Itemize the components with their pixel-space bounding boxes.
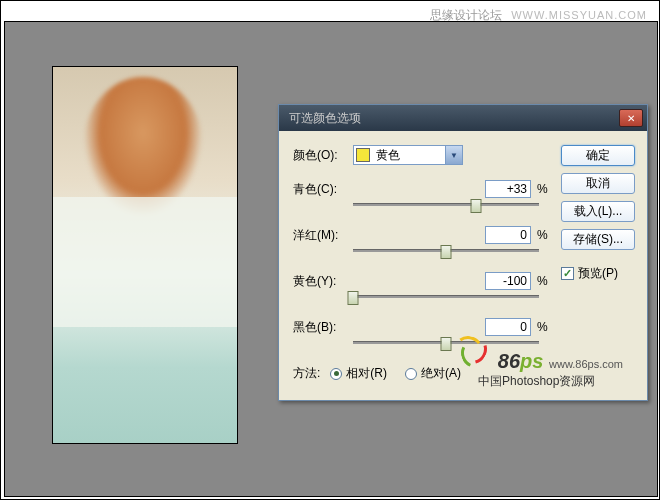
logo-swirl-icon — [451, 334, 495, 368]
magenta-row: 洋红(M): % — [293, 225, 551, 245]
logo-row: 86ps www.86ps.com — [451, 334, 623, 373]
selective-color-dialog: 可选颜色选项 ✕ 颜色(O): 黄色 ▼ 青色(C): % — [278, 104, 648, 401]
close-button[interactable]: ✕ — [619, 109, 643, 127]
color-swatch-icon — [356, 148, 370, 162]
watermark-cn: 思缘设计论坛 — [430, 8, 502, 22]
relative-label: 相对(R) — [346, 365, 387, 382]
cyan-unit: % — [537, 182, 551, 196]
black-unit: % — [537, 320, 551, 334]
ok-button[interactable]: 确定 — [561, 145, 635, 166]
magenta-slider[interactable] — [353, 247, 539, 263]
cyan-thumb[interactable] — [470, 199, 481, 213]
logo-text: 86ps — [498, 350, 549, 372]
preview-label: 预览(P) — [578, 265, 618, 282]
logo-tagline: 中国Photoshop资源网 — [451, 373, 623, 390]
magenta-thumb[interactable] — [441, 245, 452, 259]
image-preview — [52, 66, 238, 444]
logo-url: www.86ps.com — [549, 358, 623, 370]
yellow-row: 黄色(Y): % — [293, 271, 551, 291]
cyan-input[interactable] — [485, 180, 531, 198]
cyan-slider[interactable] — [353, 201, 539, 217]
color-dropdown[interactable]: 黄色 ▼ — [353, 145, 463, 165]
save-button[interactable]: 存储(S)... — [561, 229, 635, 250]
cyan-row: 青色(C): % — [293, 179, 551, 199]
magenta-input[interactable] — [485, 226, 531, 244]
black-label: 黑色(B): — [293, 319, 353, 336]
yellow-unit: % — [537, 274, 551, 288]
chevron-down-icon: ▼ — [445, 146, 462, 164]
magenta-label: 洋红(M): — [293, 227, 353, 244]
yellow-label: 黄色(Y): — [293, 273, 353, 290]
color-selected-text: 黄色 — [376, 147, 400, 164]
method-label: 方法: — [293, 365, 320, 382]
color-selector-row: 颜色(O): 黄色 ▼ — [293, 145, 551, 165]
magenta-unit: % — [537, 228, 551, 242]
dialog-title: 可选颜色选项 — [289, 110, 361, 127]
cyan-label: 青色(C): — [293, 181, 353, 198]
canvas-background: 可选颜色选项 ✕ 颜色(O): 黄色 ▼ 青色(C): % — [4, 21, 658, 497]
load-button[interactable]: 载入(L)... — [561, 201, 635, 222]
watermark-en: WWW.MISSYUAN.COM — [511, 9, 647, 21]
logo-watermark: 86ps www.86ps.com 中国Photoshop资源网 — [451, 334, 623, 390]
preview-checkbox[interactable]: ✓ — [561, 267, 574, 280]
yellow-thumb[interactable] — [348, 291, 359, 305]
yellow-slider[interactable] — [353, 293, 539, 309]
color-label: 颜色(O): — [293, 147, 353, 164]
preview-checkbox-row: ✓ 预览(P) — [561, 265, 635, 282]
cancel-button[interactable]: 取消 — [561, 173, 635, 194]
dialog-titlebar[interactable]: 可选颜色选项 ✕ — [279, 105, 647, 131]
yellow-input[interactable] — [485, 272, 531, 290]
absolute-radio[interactable] — [405, 368, 417, 380]
relative-radio[interactable] — [330, 368, 342, 380]
close-icon: ✕ — [627, 113, 635, 124]
